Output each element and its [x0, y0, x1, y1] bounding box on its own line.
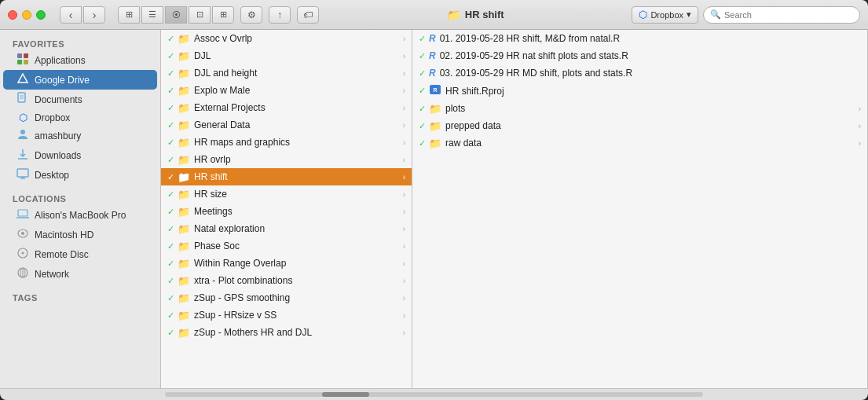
- toolbar-right: ⬡ Dropbox ▾ 🔍: [632, 6, 860, 24]
- horizontal-scrollbar[interactable]: [0, 388, 868, 400]
- sidebar-item-remote-disc[interactable]: Remote Disc: [3, 244, 157, 264]
- folder-icon: 📁: [178, 206, 190, 218]
- arrow-icon: ›: [403, 277, 405, 285]
- sidebar-item-dropbox[interactable]: ⬡ Dropbox: [3, 109, 157, 126]
- arrow-icon: ›: [859, 105, 861, 113]
- sidebar-item-macintosh-hd[interactable]: Macintosh HD: [3, 225, 157, 244]
- file-row[interactable]: ✓ 📁 Meetings ›: [161, 203, 412, 220]
- tag-button[interactable]: 🏷: [297, 6, 319, 24]
- check-icon: ✓: [419, 86, 426, 96]
- dropbox-button[interactable]: ⬡ Dropbox ▾: [632, 6, 698, 24]
- file-row[interactable]: ✓ 📁 xtra - Plot combinations ›: [161, 272, 412, 289]
- arrow-icon: ›: [403, 35, 405, 43]
- file-row[interactable]: ✓ 📁 zSup - HRsize v SS ›: [161, 306, 412, 324]
- file-row[interactable]: ✓ 📁 General Data ›: [161, 116, 412, 134]
- svg-rect-5: [18, 93, 25, 102]
- file-row[interactable]: ✓ 📁 prepped data ›: [412, 117, 867, 134]
- file-row[interactable]: ✓ 📁 Within Range Overlap ›: [161, 255, 412, 272]
- sidebar-item-network[interactable]: Network: [3, 264, 157, 284]
- search-icon: 🔍: [710, 9, 721, 20]
- column-1: ✓ 📁 Assoc v Ovrlp › ✓ 📁 DJL › ✓ 📁 DJL an…: [161, 30, 412, 388]
- view-gallery-button[interactable]: ⊞: [212, 6, 234, 24]
- gear-button[interactable]: ⚙: [240, 6, 262, 24]
- file-row[interactable]: ✓ 📁 DJL ›: [161, 47, 412, 64]
- arrow-icon: ›: [403, 86, 405, 95]
- file-name: Assoc v Ovrlp: [194, 33, 400, 44]
- nav-buttons: ‹ ›: [60, 6, 105, 24]
- file-row[interactable]: ✓ 📁 Natal exploration ›: [161, 220, 412, 237]
- file-row[interactable]: ✓ 📁 Explo w Male ›: [161, 82, 412, 99]
- close-button[interactable]: [8, 10, 17, 20]
- view-list-button[interactable]: ☰: [141, 6, 163, 24]
- share-button[interactable]: ↑: [269, 6, 291, 24]
- sidebar-item-alisons-mac[interactable]: Alison's MacBook Pro: [3, 205, 157, 225]
- svg-rect-2: [17, 60, 22, 64]
- svg-rect-3: [24, 60, 28, 64]
- sidebar-item-amashbury[interactable]: amashbury: [3, 126, 157, 145]
- check-icon: ✓: [167, 51, 174, 61]
- arrow-icon: ›: [403, 225, 405, 233]
- file-row[interactable]: ✓ R 03. 2019-05-29 HR MD shift, plots an…: [412, 64, 867, 82]
- sidebar-item-documents[interactable]: Documents: [3, 90, 157, 109]
- file-row[interactable]: ✓ 📁 DJL and height ›: [161, 64, 412, 82]
- laptop-icon: [16, 207, 30, 222]
- file-row-selected[interactable]: ✓ 📁 HR shift ›: [161, 168, 412, 185]
- file-name: External Projects: [194, 102, 400, 113]
- minimize-button[interactable]: [22, 10, 31, 20]
- file-row[interactable]: ✓ 📁 zSup - Mothers HR and DJL ›: [161, 324, 412, 341]
- network-icon: [16, 266, 30, 281]
- file-row[interactable]: ✓ 📁 zSup - GPS smoothing ›: [161, 289, 412, 306]
- folder-icon: 📁: [178, 275, 190, 287]
- view-buttons: ⊞ ☰ ⦿ ⊡ ⊞: [118, 6, 234, 24]
- downloads-icon: [16, 148, 30, 163]
- sidebar-item-google-drive[interactable]: Google Drive: [3, 70, 157, 90]
- folder-icon: 📁: [178, 171, 190, 183]
- search-box[interactable]: 🔍: [703, 6, 860, 24]
- file-row[interactable]: ✓ 📁 raw data ›: [412, 134, 867, 152]
- finder-window: ‹ › ⊞ ☰ ⦿ ⊡ ⊞ ⚙ ↑ 🏷 📁 HR shift ⬡ Dropbox…: [0, 0, 868, 400]
- view-icon-button[interactable]: ⊞: [118, 6, 140, 24]
- file-row[interactable]: ✓ R 02. 2019-05-29 HR nat shift plots an…: [412, 47, 867, 64]
- arrow-icon: ›: [403, 104, 405, 112]
- arrow-icon: ›: [403, 138, 405, 147]
- file-row[interactable]: ✓ R 01. 2019-05-28 HR shift, M&D from na…: [412, 30, 867, 47]
- file-row[interactable]: ✓ R HR shift.Rproj: [412, 82, 867, 100]
- file-name: Phase Soc: [194, 240, 400, 251]
- file-name: HR size: [194, 189, 400, 200]
- file-name: 02. 2019-05-29 HR nat shift plots and st…: [440, 50, 861, 61]
- arrow-icon: ›: [403, 69, 405, 78]
- google-drive-icon: [16, 72, 30, 87]
- file-row[interactable]: ✓ 📁 plots ›: [412, 100, 867, 117]
- check-icon: ✓: [167, 138, 174, 148]
- svg-rect-0: [17, 53, 22, 58]
- file-row[interactable]: ✓ 📁 Phase Soc ›: [161, 237, 412, 255]
- user-icon: [16, 128, 30, 143]
- r-file-icon: R: [429, 50, 436, 61]
- folder-icon: 📁: [178, 189, 190, 200]
- main-content: Favorites Applications Google Drive Docu…: [0, 30, 868, 388]
- sidebar-item-desktop[interactable]: Desktop: [3, 165, 157, 185]
- file-row[interactable]: ✓ 📁 HR ovrlp ›: [161, 151, 412, 168]
- arrow-icon: ›: [859, 139, 861, 148]
- scrollbar-thumb[interactable]: [322, 392, 369, 397]
- svg-point-16: [21, 232, 24, 235]
- file-row[interactable]: ✓ 📁 HR maps and graphics ›: [161, 134, 412, 151]
- arrow-icon: ›: [403, 311, 405, 320]
- search-input[interactable]: [724, 10, 850, 20]
- arrow-icon: ›: [403, 294, 405, 303]
- file-row[interactable]: ✓ 📁 External Projects ›: [161, 99, 412, 116]
- sidebar-item-network-label: Network: [35, 269, 69, 280]
- sidebar-item-remote-disc-label: Remote Disc: [35, 249, 89, 260]
- maximize-button[interactable]: [36, 10, 46, 20]
- forward-button[interactable]: ›: [83, 6, 105, 24]
- file-row[interactable]: ✓ 📁 HR size ›: [161, 185, 412, 203]
- file-name: raw data: [445, 138, 855, 149]
- view-column-button[interactable]: ⦿: [165, 6, 187, 24]
- sidebar-item-applications[interactable]: Applications: [3, 50, 157, 70]
- back-button[interactable]: ‹: [60, 6, 82, 24]
- rproj-icon: R: [429, 84, 441, 97]
- view-flow-button[interactable]: ⊡: [189, 6, 211, 24]
- arrow-icon: ›: [403, 190, 405, 199]
- file-row[interactable]: ✓ 📁 Assoc v Ovrlp ›: [161, 30, 412, 47]
- sidebar-item-downloads[interactable]: Downloads: [3, 145, 157, 165]
